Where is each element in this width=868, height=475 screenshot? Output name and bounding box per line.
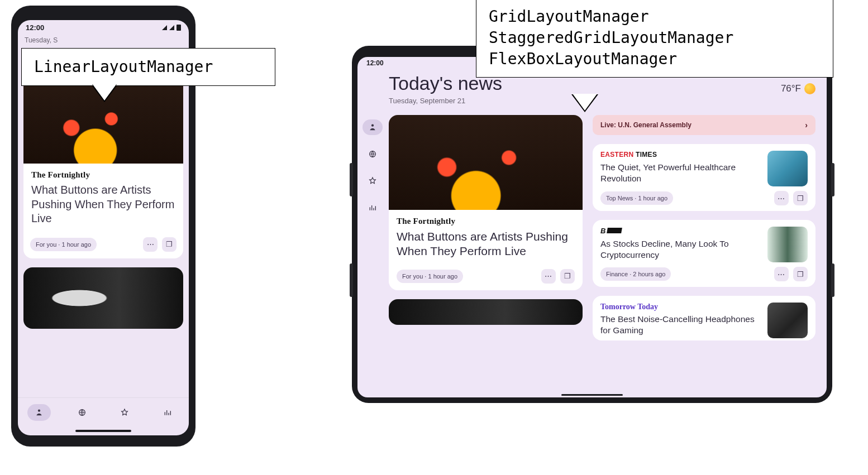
headline: As Stocks Decline, Many Look To Cryptocu… [600, 238, 761, 261]
clock: 12:00 [366, 59, 384, 67]
wifi-icon [169, 25, 174, 30]
nav-star[interactable] [113, 404, 136, 421]
callout-line-1: GridLayoutManager [489, 6, 821, 27]
source-bars-icon [607, 228, 622, 233]
bookmark-icon[interactable]: ❐ [162, 237, 177, 252]
status-bar: 12:00 [18, 20, 189, 34]
news-card-secondary[interactable] [389, 299, 583, 325]
thumb-image [767, 151, 808, 186]
card-image [389, 115, 583, 210]
callout-tail [92, 84, 117, 100]
thumb-image [767, 303, 808, 338]
gesture-bar [561, 394, 623, 396]
headline: The Quiet, Yet Powerful Healthcare Revol… [600, 162, 761, 184]
news-card-2[interactable] [23, 267, 183, 329]
callout-linear: LinearLayoutManager [21, 48, 275, 86]
card-footer: For you · 1 hour ago ⋯ ❐ [389, 269, 583, 290]
bars-icon [368, 203, 377, 212]
mini-card-3[interactable]: Tomorrow Today The Best Noise-Cancelling… [593, 296, 815, 340]
hinge [350, 163, 353, 196]
bookmark-icon[interactable]: ❐ [793, 267, 808, 281]
tablet-main: Today's news 76°F Tuesday, September 21 … [388, 69, 827, 397]
card-footer: For you · 1 hour ago ⋯ ❐ [23, 237, 183, 258]
globe-icon [368, 150, 377, 159]
source-red: EASTERN [600, 151, 633, 159]
callout-line-2: StaggeredGridLayoutManager [489, 27, 821, 49]
source-label: Tomorrow Today [600, 303, 761, 311]
content-grid: The Fortnightly What Buttons are Artists… [389, 115, 815, 340]
card-body: The Fortnightly What Buttons are Artists… [389, 210, 583, 269]
source-label: The Fortnightly [397, 217, 575, 226]
bottom-nav [18, 397, 189, 426]
headline: What Buttons are Artists Pushing When Th… [397, 229, 575, 259]
globe-icon [78, 408, 87, 417]
bookmark-icon[interactable]: ❐ [560, 269, 575, 284]
rail-bars[interactable] [363, 200, 383, 215]
meta-chip: For you · 1 hour ago [397, 270, 463, 283]
date-truncated: Tuesday, S [23, 34, 183, 49]
news-card-main[interactable]: The Fortnightly What Buttons are Artists… [389, 115, 583, 290]
person-icon [35, 408, 44, 417]
battery-icon [177, 25, 181, 31]
clock: 12:00 [26, 23, 44, 32]
temp: 76°F [781, 83, 801, 94]
gesture-bar [18, 426, 189, 435]
more-icon[interactable]: ⋯ [774, 191, 789, 205]
more-icon[interactable]: ⋯ [143, 237, 158, 252]
star-icon [368, 176, 377, 185]
date: Tuesday, September 21 [389, 97, 815, 105]
live-banner-text: Live: U.N. General Assembly [600, 121, 691, 129]
bookmark-icon[interactable]: ❐ [793, 191, 808, 205]
svg-point-0 [38, 409, 40, 411]
mini-card-2[interactable]: B As Stocks Decline, Many Look To Crypto… [593, 220, 815, 287]
headline: The Best Noise-Cancelling Headphones for… [600, 314, 761, 336]
more-icon[interactable]: ⋯ [774, 267, 789, 281]
status-icons [162, 25, 181, 31]
bars-icon [163, 408, 172, 417]
signal-icon [162, 25, 167, 30]
nav-bars[interactable] [156, 404, 179, 421]
card-body: The Fortnightly What Buttons are Artists… [23, 164, 183, 237]
thumb-image [767, 227, 808, 262]
weather: 76°F [781, 83, 815, 94]
hinge [350, 263, 353, 297]
grid-col-left: The Fortnightly What Buttons are Artists… [389, 115, 583, 340]
person-icon [368, 123, 377, 132]
mini-card-1[interactable]: EASTERN TIMES The Quiet, Yet Powerful He… [593, 144, 815, 211]
card-image [23, 267, 183, 329]
svg-point-2 [371, 124, 374, 127]
star-icon [120, 408, 129, 417]
live-banner[interactable]: Live: U.N. General Assembly › [593, 115, 815, 135]
source-b: B [600, 227, 606, 235]
source-label: The Fortnightly [31, 170, 175, 180]
more-icon[interactable]: ⋯ [541, 269, 556, 284]
source-label: EASTERN TIMES [600, 151, 761, 159]
callout-line-3: FlexBoxLayoutManager [489, 49, 821, 70]
rail-star[interactable] [363, 173, 383, 189]
card-image [389, 299, 583, 325]
callout-grid: GridLayoutManager StaggeredGridLayoutMan… [476, 0, 833, 78]
headline: What Buttons are Artists Pushing When Th… [31, 183, 175, 226]
grid-col-right: Live: U.N. General Assembly › EASTERN TI… [593, 115, 815, 340]
rail-globe[interactable] [363, 146, 383, 162]
source-label: B [600, 227, 761, 235]
hinge [831, 163, 834, 196]
nav-rail [357, 69, 388, 397]
meta-chip: Finance · 2 hours ago [600, 267, 671, 281]
meta-chip: Top News · 1 hour ago [600, 191, 673, 205]
tablet-body: Today's news 76°F Tuesday, September 21 … [357, 69, 827, 397]
chevron-right-icon: › [805, 121, 808, 129]
callout-text: LinearLayoutManager [34, 56, 263, 78]
meta-chip: For you · 1 hour ago [30, 238, 97, 251]
nav-globe[interactable] [70, 404, 94, 421]
callout-tail [573, 94, 597, 111]
source-black: TIMES [633, 151, 657, 159]
hinge [831, 263, 834, 297]
nav-person[interactable] [27, 404, 51, 421]
sun-icon [804, 83, 815, 94]
rail-person[interactable] [363, 119, 383, 135]
